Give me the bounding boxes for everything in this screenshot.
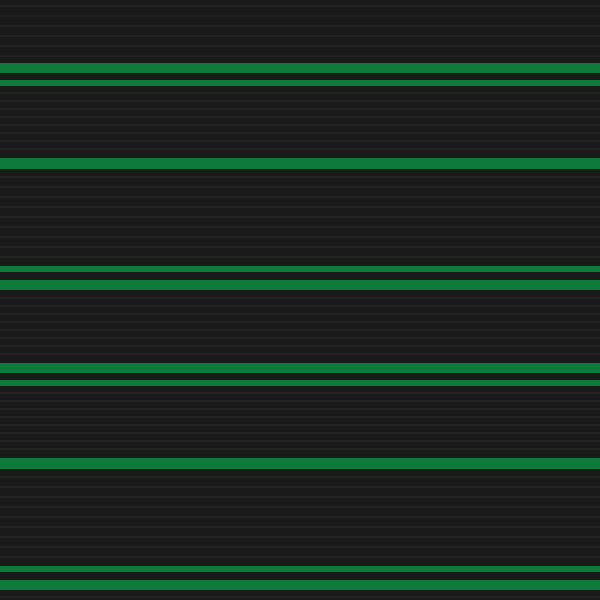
stripe-3 (0, 35, 600, 37)
stripe-39 (0, 400, 600, 402)
stripe-45 (0, 448, 600, 450)
stripe-18 (0, 186, 600, 188)
stripe-12 (0, 124, 600, 126)
stripe-54 (0, 546, 600, 548)
stripe-pattern (0, 0, 600, 600)
stripe-53 (0, 536, 600, 538)
stripe-58 (0, 596, 600, 598)
stripe-32 (0, 329, 600, 331)
stripe-37 (0, 380, 600, 386)
stripe-21 (0, 216, 600, 218)
stripe-14 (0, 140, 600, 142)
stripe-36 (0, 363, 600, 373)
stripe-35 (0, 353, 600, 355)
stripe-42 (0, 424, 600, 426)
stripe-0 (0, 5, 600, 7)
stripe-25 (0, 256, 600, 258)
stripe-33 (0, 337, 600, 339)
stripe-15 (0, 148, 600, 150)
stripe-28 (0, 297, 600, 299)
stripe-38 (0, 392, 600, 394)
stripe-57 (0, 580, 600, 590)
stripe-24 (0, 246, 600, 248)
stripe-10 (0, 108, 600, 110)
stripe-11 (0, 116, 600, 118)
stripe-49 (0, 496, 600, 498)
stripe-4 (0, 45, 600, 47)
stripe-41 (0, 416, 600, 418)
stripe-27 (0, 280, 600, 290)
stripe-47 (0, 476, 600, 478)
stripe-23 (0, 236, 600, 238)
stripe-34 (0, 345, 600, 347)
stripe-26 (0, 266, 600, 272)
stripe-1 (0, 15, 600, 17)
stripe-6 (0, 63, 600, 73)
stripe-30 (0, 313, 600, 315)
stripe-50 (0, 506, 600, 508)
stripe-9 (0, 100, 600, 102)
stripe-19 (0, 196, 600, 198)
stripe-5 (0, 55, 600, 57)
stripe-43 (0, 432, 600, 434)
stripe-48 (0, 486, 600, 488)
stripe-29 (0, 305, 600, 307)
stripe-7 (0, 80, 600, 86)
stripe-44 (0, 440, 600, 442)
stripe-17 (0, 176, 600, 178)
stripe-20 (0, 206, 600, 208)
stripe-55 (0, 556, 600, 558)
stripe-2 (0, 25, 600, 27)
stripe-16 (0, 158, 600, 169)
stripe-52 (0, 526, 600, 528)
stripe-51 (0, 516, 600, 518)
stripe-22 (0, 226, 600, 228)
stripe-31 (0, 321, 600, 323)
stripe-13 (0, 132, 600, 134)
stripe-8 (0, 92, 600, 94)
stripe-56 (0, 566, 600, 572)
stripe-40 (0, 408, 600, 410)
stripe-46 (0, 458, 600, 469)
